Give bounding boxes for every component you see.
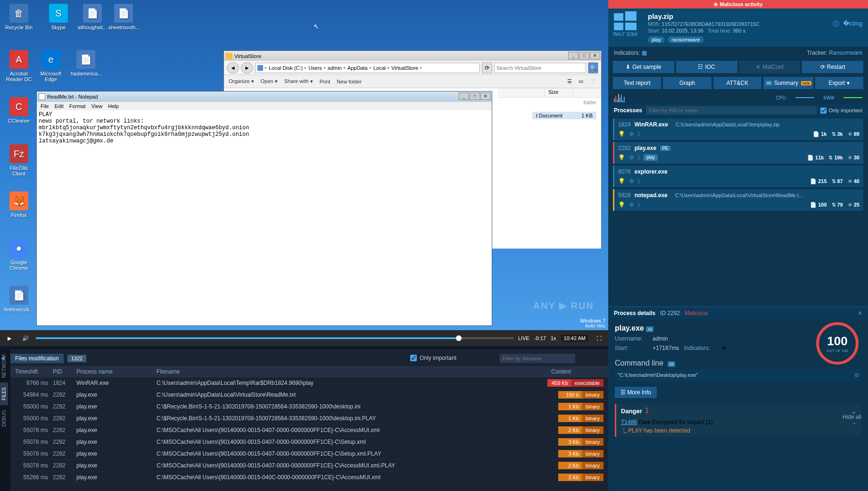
speed-label[interactable]: 1x [551,335,556,341]
forward-button[interactable]: ► [241,62,253,74]
desktop-icon[interactable]: eMicrosoft Edge [36,50,66,82]
bulb-icon[interactable]: 💡 [618,201,625,208]
tag[interactable]: play [648,36,665,43]
desktop-icon[interactable]: 🦊Firefox [4,191,34,218]
process-item[interactable]: 2292play.exePE 💡⚙⟟play 📄 11k⇅ 19k⚛ 30 [613,142,863,164]
process-filter-input[interactable] [646,106,817,115]
explorer-titlebar[interactable]: VirtualStore _ □ ✕ [224,51,601,61]
tab-files[interactable]: FILES [0,383,8,405]
view-icon[interactable]: ☰ [567,78,572,84]
tracker-link[interactable]: Ransomware [829,50,862,56]
menu-item[interactable]: File [41,103,49,109]
close-details-button[interactable]: ✕ [858,310,862,316]
close-button[interactable]: ✕ [480,92,491,100]
table-row[interactable]: 55078 ms 2292 play.exe C:\MSOCache\All U… [10,436,608,448]
desktop-icon[interactable]: CCCleaner [4,97,34,124]
breadcrumb[interactable]: ▸Local Disk (C:)▸Users▸admin▸AppData▸Loc… [255,63,480,73]
process-item[interactable]: 5928notepad.exeC:\Users\admin\AppData\Lo… [613,189,863,211]
desktop-icon[interactable]: ●Google Chrome [4,239,34,271]
timeline-knob[interactable] [456,335,462,341]
help-icon[interactable]: ❔ [590,78,596,84]
process-item[interactable]: 1824WinRAR.exeC:\Users\admin\AppData\Loc… [613,118,863,140]
desktop-icon[interactable]: 🗑Recycle Bin [4,4,34,30]
back-button[interactable]: ◄ [227,62,239,74]
bulb-icon[interactable]: 💡 [618,131,625,137]
desktop-icon[interactable]: FzFileZilla Client [4,144,34,176]
link-icon[interactable]: ⟟ [638,201,640,208]
table-row[interactable]: 8766 ms 1824 WinRAR.exe C:\Users\admin\A… [10,377,608,389]
only-important-toggle[interactable]: Only important [410,355,456,361]
ai-badge[interactable]: AI [668,361,676,367]
notepad-titlebar[interactable]: ReadMe.txt - Notepad _ □ ✕ [37,92,492,102]
copy-icon[interactable]: ⧉ [855,372,859,378]
gear-icon[interactable]: ⚙ [629,131,634,137]
table-row[interactable]: 55000 ms 2292 play.exe C:\$Recycle.Bin\S… [10,401,608,413]
restart-button[interactable]: ⟳ Restart [802,61,863,73]
menu-item[interactable]: View [91,103,103,109]
breadcrumb-item[interactable]: Users [308,65,322,71]
search-input[interactable] [494,63,586,73]
link-icon[interactable]: ⟟ [638,131,640,137]
desktop-icon[interactable]: 📄althoughsit... [77,4,107,30]
volume-button[interactable]: 🔊 [20,333,31,344]
play-button[interactable]: ▶ [4,333,15,344]
maximize-button[interactable]: □ [579,52,589,59]
tab-debug[interactable]: DEBUG [0,405,8,432]
share-icon[interactable]: �công [843,20,862,28]
graph-button[interactable]: Graph [663,77,711,89]
desktop-icon[interactable]: 📄hadamerica... [71,50,101,76]
bulb-icon[interactable]: 💡 [618,154,625,161]
indicators-icon[interactable]: ▦ [642,50,647,56]
gear-icon[interactable]: ⚙ [629,201,634,208]
menu-item[interactable]: Help [108,103,119,109]
menu-item[interactable]: Format [69,103,86,109]
preview-icon[interactable]: ▭ [579,78,583,84]
minimize-button[interactable]: _ [568,52,579,59]
more-info-button[interactable]: ☰ More Info [615,387,657,398]
table-row[interactable]: 55000 ms 2292 play.exe C:\$Recycle.Bin\S… [10,413,608,424]
get-sample-button[interactable]: ⬇ Get sample [613,61,674,73]
tab-network[interactable]: NETWORK [0,349,8,383]
export-button[interactable]: Export ▾ [815,77,863,89]
table-row[interactable]: 55266 ms 2292 play.exe C:\MSOCache\All U… [10,472,608,483]
table-row[interactable]: 55078 ms 2292 play.exe C:\MSOCache\All U… [10,424,608,436]
toolbar-item[interactable]: Print [320,79,331,84]
refresh-button[interactable]: ⟳ [482,62,492,74]
info-icon[interactable]: ⓘ [833,20,839,28]
ioc-button[interactable]: ☷ IOC [676,61,737,73]
minimize-button[interactable]: _ [459,92,469,100]
attck-button[interactable]: ATT&CK [713,77,761,89]
text-report-button[interactable]: Text report [613,77,661,89]
breadcrumb-item[interactable]: Local [373,65,386,71]
toolbar-item[interactable]: Organize ▾ [229,78,254,84]
table-row[interactable]: 55078 ms 2292 play.exe C:\MSOCache\All U… [10,460,608,472]
process-item[interactable]: 6076explorer.exe 💡⚙⟟ 📄 215⇅ 87⚛ 40 [613,166,863,187]
technique-link[interactable]: T1486 [621,419,637,425]
breadcrumb-item[interactable]: Local Disk (C:) [269,65,303,71]
toolbar-item[interactable]: New folder [337,79,362,84]
toolbar-item[interactable]: Open ▾ [261,78,278,84]
maximize-button[interactable]: □ [470,92,480,100]
gear-icon[interactable]: ⚙ [629,154,634,161]
breadcrumb-item[interactable]: VirtualStore [391,65,418,71]
notepad-content[interactable]: PLAY news portal, tor network links: mbr… [37,110,492,145]
desktop-icon[interactable]: 📄sheetmonth... [108,4,139,30]
col-type[interactable] [497,88,545,97]
gear-icon[interactable]: ⚙ [629,178,634,184]
only-important-checkbox[interactable] [410,355,417,361]
bulb-icon[interactable]: 💡 [618,178,625,184]
col-size[interactable]: Size [545,88,573,97]
malconf-button[interactable]: ✕ MalConf [739,61,801,73]
fullscreen-button[interactable]: ⛶ [593,333,604,344]
desktop-icon[interactable]: 📄feetexecuti... [4,286,34,312]
table-row[interactable]: 54984 ms 2292 play.exe C:\Users\admin\Ap… [10,389,608,401]
desktop-icon[interactable]: AAcrobat Reader DC [4,50,34,82]
tag[interactable]: ransomware [668,36,704,43]
toolbar-item[interactable]: Share with ▾ [284,78,313,84]
link-icon[interactable]: ⟟ [638,154,640,161]
hide-all-button[interactable]: Hide all [843,414,861,420]
desktop-icon[interactable]: SSkype [43,4,74,30]
breadcrumb-item[interactable]: AppData [347,65,368,71]
breadcrumb-item[interactable]: admin [328,65,342,71]
table-row[interactable]: 55078 ms 2292 play.exe C:\MSOCache\All U… [10,448,608,460]
